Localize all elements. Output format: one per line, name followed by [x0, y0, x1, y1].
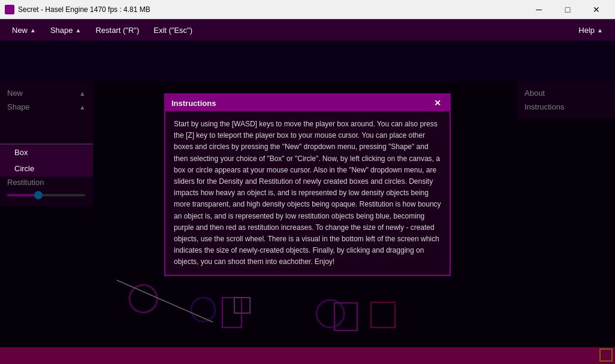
menu-shape-label: Shape — [50, 26, 73, 35]
menu-exit[interactable]: Exit ("Esc") — [146, 23, 200, 37]
menu-exit-label: Exit ("Esc") — [153, 26, 192, 35]
menu-help-label: Help — [578, 26, 595, 35]
menu-shape-chevron: ▲ — [76, 27, 82, 34]
app-icon — [5, 5, 14, 14]
dropdown-circle[interactable]: Circle — [0, 160, 93, 177]
modal-title: Instructions — [171, 99, 216, 108]
menubar: New ▲ Shape ▲ Restart ("R") Exit ("Esc")… — [0, 19, 615, 41]
modal-body: Start by using the [WASD] keys to move t… — [165, 111, 450, 275]
canvas-area[interactable]: New ▲ Shape ▲ Box Circle Density R — [0, 41, 615, 364]
menu-help[interactable]: Help ▲ — [571, 23, 610, 37]
menu-restart[interactable]: Restart ("R") — [88, 23, 146, 37]
menu-new-label: New — [12, 26, 28, 35]
dropdown-box[interactable]: Box — [0, 144, 93, 160]
close-button[interactable]: ✕ — [583, 0, 610, 19]
modal-overlay: Instructions ✕ Start by using the [WASD]… — [0, 81, 615, 364]
menu-new-chevron: ▲ — [30, 27, 36, 34]
menu-new[interactable]: New ▲ — [5, 23, 43, 37]
titlebar-title: Secret - Hasel Engine 1470 fps : 4.81 MB — [18, 5, 150, 14]
instructions-modal: Instructions ✕ Start by using the [WASD]… — [164, 93, 451, 276]
titlebar-left: Secret - Hasel Engine 1470 fps : 4.81 MB — [5, 5, 150, 14]
menu-restart-label: Restart ("R") — [95, 26, 139, 35]
titlebar: Secret - Hasel Engine 1470 fps : 4.81 MB… — [0, 0, 615, 19]
maximize-button[interactable]: □ — [554, 0, 581, 19]
minimize-button[interactable]: ─ — [525, 0, 553, 19]
menu-shape[interactable]: Shape ▲ — [43, 23, 89, 37]
menu-help-chevron: ▲ — [597, 27, 603, 34]
shape-dropdown: Box Circle — [0, 144, 93, 177]
modal-header: Instructions ✕ — [165, 95, 450, 111]
modal-close-button[interactable]: ✕ — [432, 98, 444, 108]
titlebar-controls: ─ □ ✕ — [525, 0, 610, 19]
